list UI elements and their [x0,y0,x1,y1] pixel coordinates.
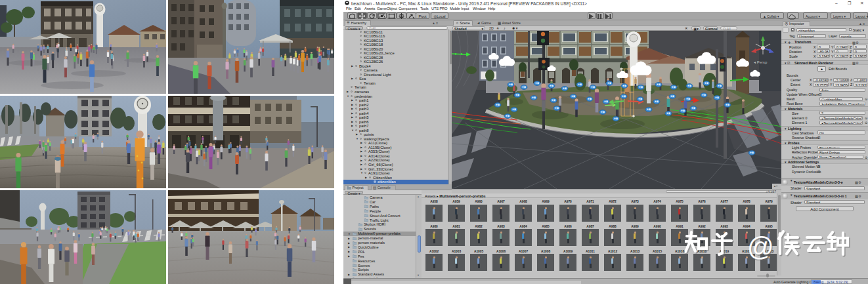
svg-text:@: @ [747,232,774,260]
svg-text:◂ Persp: ◂ Persp [754,60,768,64]
